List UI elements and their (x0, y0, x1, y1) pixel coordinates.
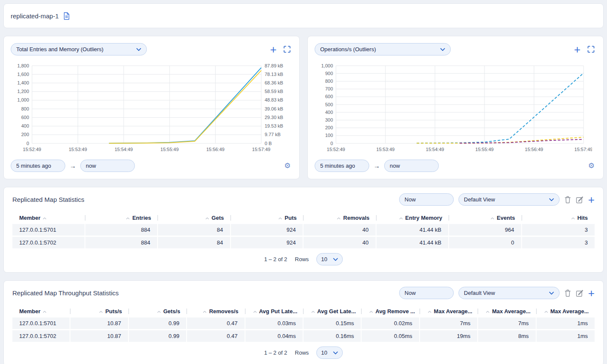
time-input[interactable]: Now (399, 287, 454, 299)
svg-text:1,400: 1,400 (17, 80, 29, 85)
column-header[interactable]: Avg Get Late... (304, 306, 362, 316)
svg-text:600: 600 (21, 115, 29, 120)
trash-icon (564, 289, 571, 297)
time-from-input[interactable]: 5 minutes ago (11, 160, 65, 172)
svg-text:15:54:49: 15:54:49 (426, 147, 444, 152)
svg-text:1,600: 1,600 (17, 72, 29, 77)
section-title: Replicated Map Throughput Statistics (12, 289, 119, 297)
chevron-down-icon (549, 291, 554, 295)
add-view-button[interactable]: + (588, 289, 595, 297)
stats-table: Member Puts/s Gets/s Removes/s Avg Put L… (12, 305, 595, 343)
column-header[interactable]: Member (12, 213, 85, 223)
pagination-range: 1 – 2 of 2 (264, 349, 287, 356)
time-to-input[interactable]: now (384, 160, 439, 172)
add-chart-button[interactable]: + (574, 45, 581, 54)
add-view-button[interactable]: + (588, 195, 595, 204)
throughput-table: Member Puts/s Gets/s Removes/s Avg Put L… (12, 305, 595, 343)
gear-icon[interactable]: ⚙ (284, 161, 292, 170)
pagination-range: 1 – 2 of 2 (264, 256, 287, 262)
svg-text:15:56:49: 15:56:49 (206, 147, 225, 152)
svg-text:1,800: 1,800 (17, 63, 29, 68)
entries-memory-chart: 00 B2009.77 kB40019.53 kB60029.30 kB8003… (11, 61, 292, 155)
column-header[interactable]: Entries (85, 213, 158, 223)
edit-view-button[interactable] (576, 196, 584, 204)
view-select[interactable]: Default View (458, 193, 560, 206)
column-header[interactable]: Avg Remove ... (362, 306, 420, 316)
column-header[interactable]: Removals (304, 213, 376, 223)
table-row[interactable]: 127.0.0.1:570210.870.990.470.04ms0.16ms0… (12, 330, 595, 342)
svg-text:15:55:49: 15:55:49 (161, 147, 179, 152)
section-title: Replicated Map Statistics (12, 196, 84, 203)
column-header[interactable]: Gets (158, 213, 231, 223)
column-header[interactable]: Max Average... (478, 306, 536, 316)
delete-view-button[interactable] (564, 196, 571, 204)
svg-text:900: 900 (325, 71, 333, 76)
statistics-table: Member Entries Gets Puts Removals Entry … (12, 212, 595, 250)
svg-text:400: 400 (21, 123, 29, 128)
edit-icon (576, 289, 584, 297)
svg-text:39.06 kB: 39.06 kB (265, 106, 283, 111)
column-header[interactable]: Events (449, 213, 522, 223)
replicated-map-throughput-card: Replicated Map Throughput Statistics Now… (3, 280, 604, 364)
svg-text:15:54:49: 15:54:49 (114, 147, 133, 152)
metric-select[interactable]: Operations/s (Outliers) (315, 43, 451, 55)
arrow-right-icon: → (374, 162, 380, 169)
delete-view-button[interactable] (564, 289, 571, 297)
expand-icon[interactable] (283, 46, 291, 53)
page: replicated-map-1 Total Entries and Memor… (0, 0, 607, 364)
chart-card-entries-memory: Total Entries and Memory (Outliers) + 00… (3, 36, 300, 179)
svg-text:15:57:49: 15:57:49 (252, 147, 271, 152)
edit-view-button[interactable] (576, 289, 584, 297)
trash-icon (564, 196, 571, 204)
svg-text:48.83 kB: 48.83 kB (265, 97, 283, 102)
svg-text:1,000: 1,000 (17, 97, 29, 102)
column-header[interactable]: Puts (231, 213, 304, 223)
metric-select[interactable]: Total Entries and Memory (Outliers) (11, 43, 147, 55)
expand-icon[interactable] (587, 46, 595, 53)
chevron-down-icon (333, 351, 338, 355)
column-header[interactable]: Max Average... (420, 306, 478, 316)
column-header[interactable]: Avg Put Late... (245, 306, 304, 316)
rows-label: Rows (295, 256, 309, 262)
add-chart-button[interactable]: + (270, 45, 277, 54)
chart-card-operations: Operations/s (Outliers) + 01002003004005… (307, 36, 604, 179)
svg-text:15:53:49: 15:53:49 (376, 147, 395, 152)
svg-text:200: 200 (325, 125, 333, 130)
column-header[interactable]: Hits (522, 213, 595, 223)
column-header[interactable]: Puts/s (70, 306, 128, 316)
rows-per-page-select[interactable]: 10 (316, 347, 343, 359)
arrow-right-icon: → (70, 162, 76, 169)
document-icon[interactable] (63, 12, 70, 20)
page-title: replicated-map-1 (11, 12, 59, 20)
svg-text:600: 600 (325, 94, 333, 99)
gear-icon[interactable]: ⚙ (588, 161, 596, 170)
svg-text:200: 200 (21, 132, 29, 137)
svg-text:9.77 kB: 9.77 kB (265, 132, 280, 137)
svg-text:15:56:49: 15:56:49 (525, 147, 543, 152)
rows-per-page-select[interactable]: 10 (316, 253, 343, 265)
svg-text:15:53:49: 15:53:49 (69, 147, 87, 152)
table-row[interactable]: 127.0.0.1:5702884849244041.44 kB03 (12, 237, 595, 248)
chevron-down-icon (549, 198, 554, 201)
svg-text:15:55:49: 15:55:49 (476, 147, 494, 152)
svg-text:1,000: 1,000 (321, 63, 333, 68)
time-input[interactable]: Now (399, 193, 454, 206)
time-from-input[interactable]: 5 minutes ago (315, 160, 369, 172)
svg-text:19.53 kB: 19.53 kB (265, 123, 283, 128)
column-header[interactable]: Max Average... (537, 306, 595, 316)
table-row[interactable]: 127.0.0.1:570110.870.990.470.03ms0.15ms0… (12, 317, 595, 329)
svg-text:29.30 kB: 29.30 kB (265, 115, 283, 120)
column-header[interactable]: Member (12, 306, 70, 316)
column-header[interactable]: Gets/s (129, 306, 187, 316)
column-header[interactable]: Removes/s (187, 306, 245, 316)
svg-text:800: 800 (325, 79, 333, 84)
column-header[interactable]: Entry Memory (376, 213, 449, 223)
svg-text:400: 400 (325, 110, 333, 115)
time-to-input[interactable]: now (80, 160, 135, 172)
chevron-down-icon (440, 48, 445, 51)
table-row[interactable]: 127.0.0.1:5701884849244041.44 kB9643 (12, 224, 595, 236)
edit-icon (576, 196, 584, 204)
view-select[interactable]: Default View (458, 287, 560, 299)
svg-text:87.89 kB: 87.89 kB (265, 63, 283, 68)
svg-text:0 B: 0 B (265, 141, 272, 146)
